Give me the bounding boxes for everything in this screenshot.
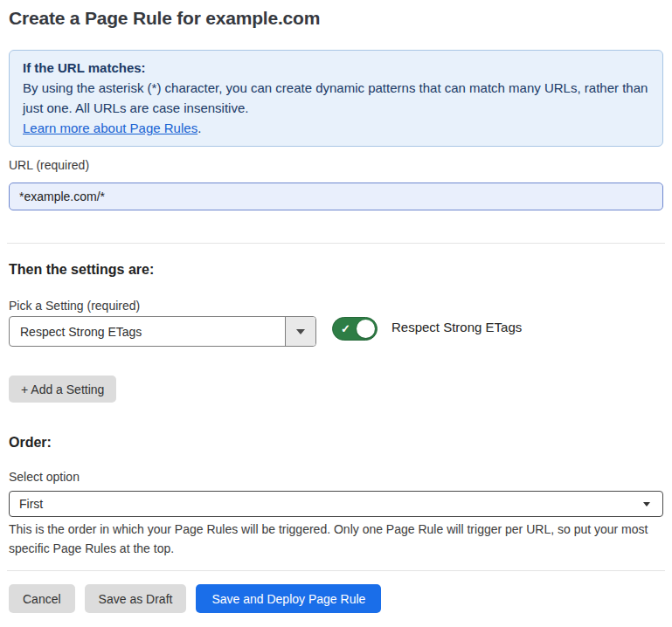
url-label: URL (required) — [9, 158, 89, 172]
chevron-down-icon — [296, 329, 305, 334]
toggle-knob — [357, 320, 375, 338]
order-select-value: First — [19, 497, 43, 511]
setting-dropdown-value: Respect Strong ETags — [10, 325, 285, 339]
create-page-rule-panel: Create a Page Rule for example.com If th… — [0, 0, 672, 627]
setting-toggle-label: Respect Strong ETags — [391, 320, 522, 334]
order-helper-text: This is the order in which your Page Rul… — [9, 520, 666, 558]
setting-dropdown[interactable]: Respect Strong ETags — [9, 316, 316, 347]
order-heading: Order: — [9, 435, 52, 451]
link-period: . — [197, 121, 201, 135]
section-divider — [7, 243, 665, 244]
footer-divider — [7, 570, 665, 571]
chevron-down-icon — [643, 502, 650, 506]
footer-actions: Cancel Save as Draft Save and Deploy Pag… — [9, 584, 381, 613]
learn-more-link[interactable]: Learn more about Page Rules — [23, 121, 197, 135]
setting-toggle[interactable]: ✓ — [332, 317, 378, 341]
order-select[interactable]: First — [9, 491, 663, 517]
save-deploy-button[interactable]: Save and Deploy Page Rule — [196, 584, 381, 613]
info-box-body: By using the asterisk (*) character, you… — [23, 78, 649, 118]
page-title: Create a Page Rule for example.com — [9, 8, 320, 29]
url-match-info-box: If the URL matches: By using the asteris… — [9, 50, 663, 147]
url-input[interactable] — [9, 183, 663, 210]
order-select-label: Select option — [9, 470, 80, 484]
info-box-heading: If the URL matches: — [23, 58, 649, 78]
cancel-button[interactable]: Cancel — [9, 584, 75, 613]
info-box-link-row: Learn more about Page Rules. — [23, 118, 649, 138]
save-draft-button[interactable]: Save as Draft — [85, 584, 187, 613]
settings-heading: Then the settings are: — [9, 262, 154, 278]
add-setting-button[interactable]: + Add a Setting — [9, 376, 116, 403]
dropdown-arrow-button[interactable] — [285, 317, 315, 346]
pick-setting-label: Pick a Setting (required) — [9, 299, 140, 313]
check-icon: ✓ — [341, 323, 350, 334]
